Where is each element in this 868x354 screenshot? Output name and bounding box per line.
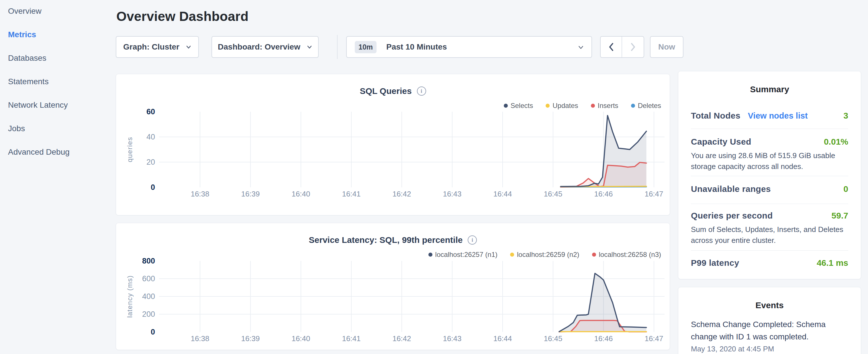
time-window-dropdown[interactable]: 10m Past 10 Minutes: [346, 36, 592, 58]
svg-text:0: 0: [151, 183, 155, 192]
svg-text:16:43: 16:43: [443, 190, 461, 198]
svg-text:queries: queries: [126, 137, 133, 162]
svg-text:16:39: 16:39: [241, 334, 260, 343]
svg-text:16:38: 16:38: [191, 334, 209, 343]
sql-queries-chart-card: SQL Queries i SelectsUpdatesInsertsDelet…: [116, 74, 670, 215]
sidebar-item-overview[interactable]: Overview: [8, 6, 41, 16]
sidebar-item-jobs[interactable]: Jobs: [8, 124, 25, 133]
time-step-buttons: [600, 36, 644, 58]
sidebar-item-databases[interactable]: Databases: [8, 53, 46, 63]
step-back-button[interactable]: [601, 37, 622, 57]
chevron-down-icon: [578, 44, 584, 50]
dashboard-dropdown-label: Dashboard: Overview: [218, 42, 300, 52]
summary-row-p99: P99 latency 46.1 ms: [691, 258, 848, 269]
now-button[interactable]: Now: [650, 36, 683, 58]
svg-text:latency (ms): latency (ms): [126, 275, 133, 318]
summary-row-total-nodes: Total Nodes View nodes list 3: [691, 111, 848, 122]
chevron-down-icon: [307, 44, 312, 50]
svg-text:20: 20: [147, 158, 155, 166]
qps-value: 59.7: [832, 211, 848, 221]
summary-row-qps: Queries per second 59.7: [691, 211, 848, 222]
sidebar-item-metrics[interactable]: Metrics: [8, 30, 36, 39]
sidebar: OverviewMetricsDatabasesStatementsNetwor…: [0, 0, 115, 354]
svg-text:200: 200: [142, 310, 155, 319]
svg-text:16:42: 16:42: [392, 334, 411, 343]
capacity-caption: You are using 28.6 MiB of 515.9 GiB usab…: [691, 150, 848, 172]
sidebar-item-advanced-debug[interactable]: Advanced Debug: [8, 147, 70, 157]
sidebar-item-network-latency[interactable]: Network Latency: [8, 100, 68, 110]
svg-text:16:39: 16:39: [241, 190, 260, 198]
summary-panel: Summary Total Nodes View nodes list 3 Ca…: [678, 71, 861, 279]
capacity-used-value: 0.01%: [824, 137, 848, 147]
svg-text:16:44: 16:44: [493, 190, 512, 198]
total-nodes-value: 3: [843, 111, 848, 121]
svg-text:40: 40: [147, 133, 155, 141]
sidebar-item-statements[interactable]: Statements: [8, 77, 49, 87]
sql-queries-plot: 16:3816:3916:4016:4116:4216:4316:4416:45…: [116, 74, 670, 216]
p99-latency-value: 46.1 ms: [817, 258, 848, 268]
svg-text:16:40: 16:40: [291, 190, 310, 198]
chevron-down-icon: [186, 44, 191, 50]
events-panel: Events Schema Change Completed: Schema c…: [678, 287, 861, 354]
dashboard-dropdown[interactable]: Dashboard: Overview: [212, 36, 319, 58]
event-item-timestamp: May 13, 2020 at 4:45 PM: [691, 345, 848, 353]
svg-text:16:41: 16:41: [342, 190, 361, 198]
graph-dropdown[interactable]: Graph: Cluster: [116, 36, 199, 58]
svg-text:0: 0: [151, 328, 155, 336]
svg-text:16:42: 16:42: [392, 190, 411, 198]
svg-text:600: 600: [142, 275, 155, 283]
graph-dropdown-label: Graph: Cluster: [123, 42, 179, 52]
time-window-label: Past 10 Minutes: [386, 42, 447, 52]
svg-text:60: 60: [147, 107, 155, 116]
summary-row-unavailable: Unavailable ranges 0: [691, 184, 848, 196]
qps-caption: Sum of Selects, Updates, Inserts, and De…: [691, 224, 848, 246]
page-title: Overview Dashboard: [116, 9, 248, 24]
svg-text:16:47: 16:47: [645, 190, 663, 198]
svg-text:16:46: 16:46: [594, 190, 613, 198]
service-latency-plot: 16:3816:3916:4016:4116:4216:4316:4416:45…: [116, 223, 670, 350]
svg-text:16:44: 16:44: [493, 334, 512, 343]
svg-text:16:41: 16:41: [342, 334, 361, 343]
svg-text:16:45: 16:45: [544, 334, 562, 343]
svg-text:800: 800: [142, 257, 155, 265]
svg-text:16:43: 16:43: [443, 334, 461, 343]
event-item-text[interactable]: Schema Change Completed: Schema change w…: [691, 318, 848, 343]
step-forward-button[interactable]: [622, 37, 644, 57]
svg-text:16:47: 16:47: [645, 334, 663, 343]
svg-text:400: 400: [142, 292, 155, 301]
service-latency-chart-card: Service Latency: SQL, 99th percentile i …: [116, 223, 670, 350]
summary-row-capacity: Capacity Used 0.01%: [691, 137, 848, 148]
svg-text:16:46: 16:46: [594, 334, 613, 343]
toolbar-divider: [337, 35, 338, 59]
events-heading: Events: [678, 300, 861, 310]
view-nodes-list-link[interactable]: View nodes list: [748, 111, 808, 121]
time-window-badge: 10m: [355, 41, 376, 53]
summary-heading: Summary: [678, 85, 861, 94]
svg-text:16:45: 16:45: [544, 190, 562, 198]
unavailable-ranges-value: 0: [843, 184, 848, 194]
svg-text:16:40: 16:40: [291, 334, 310, 343]
svg-text:16:38: 16:38: [191, 190, 209, 198]
